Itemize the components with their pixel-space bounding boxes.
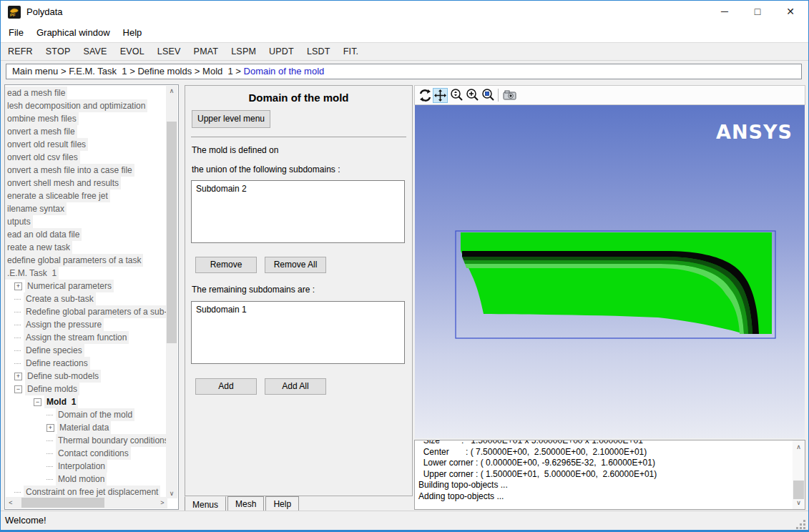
remove-all-button[interactable]: Remove All — [265, 257, 326, 273]
breadcrumb-segment[interactable]: Main menu — [12, 66, 58, 77]
add-all-button[interactable]: Add All — [265, 378, 326, 395]
rotate-icon[interactable] — [418, 88, 433, 103]
remove-button[interactable]: Remove — [195, 257, 257, 273]
expand-icon[interactable]: + — [46, 424, 54, 432]
tree-item-label: ead a mesh file — [5, 87, 67, 99]
tree-item[interactable]: +Define sub-models — [5, 370, 167, 383]
toolbar-button-fit[interactable]: FIT. — [337, 43, 366, 56]
toolbar-button-updt[interactable]: UPDT — [263, 43, 300, 56]
tree-item[interactable]: Assign the pressure — [5, 318, 167, 331]
tab-mesh[interactable]: Mesh — [227, 496, 264, 511]
tree-item[interactable]: onvert a mesh file — [5, 125, 167, 138]
tree-item[interactable]: Thermal boundary conditions — [5, 434, 167, 447]
remaining-subdomains-list[interactable]: Subdomain 1 — [191, 301, 405, 364]
menu-item-help[interactable]: Help — [117, 24, 149, 42]
tree-item[interactable]: Domain of the mold — [5, 408, 167, 421]
tree-item[interactable]: −Mold 1 — [5, 395, 167, 408]
tree-item[interactable]: enerate a sliceable free jet — [5, 189, 167, 202]
upper-level-menu-button[interactable]: Upper level menu — [192, 110, 270, 128]
scrollbar-thumb[interactable] — [167, 122, 177, 343]
tree-item[interactable]: ilename syntax — [5, 202, 167, 215]
tree-item[interactable]: .E.M. Task 1 — [5, 267, 167, 280]
close-icon[interactable]: ✕ — [774, 1, 807, 24]
snapshot-icon[interactable] — [502, 88, 517, 103]
breadcrumb-segment[interactable]: Mold 1 — [202, 66, 233, 77]
tree-item[interactable]: ombine mesh files — [5, 112, 167, 125]
pan-icon[interactable] — [433, 88, 448, 103]
tree-item[interactable]: onvert a mesh file into a case file — [5, 164, 167, 177]
toolbar-button-refr[interactable]: REFR — [1, 43, 39, 56]
toolbar-button-lsdt[interactable]: LSDT — [300, 43, 337, 56]
breadcrumb-segment[interactable]: Define molds — [137, 66, 192, 77]
toolbar-button-pmat[interactable]: PMAT — [187, 43, 225, 56]
tree-item[interactable]: Assign the stream function — [5, 331, 167, 344]
status-message: Welcome! — [5, 515, 46, 526]
graphics-viewport[interactable]: ANSYS — [415, 105, 805, 438]
zoom-in-icon[interactable] — [465, 88, 480, 103]
add-button[interactable]: Add — [195, 378, 257, 395]
toolbar-separator — [498, 89, 499, 102]
scroll-up-icon[interactable]: ∧ — [166, 86, 177, 96]
tree-item[interactable]: Define reactions — [5, 357, 167, 370]
toolbar-button-lspm[interactable]: LSPM — [225, 43, 263, 56]
zoom-dynamic-icon[interactable] — [449, 88, 464, 103]
tree-item[interactable]: utputs — [5, 215, 167, 228]
scroll-right-icon[interactable]: > — [157, 497, 167, 508]
menu-item-file[interactable]: File — [2, 24, 30, 42]
scroll-down-icon[interactable]: ∨ — [166, 488, 177, 498]
tree-item-label: Contact conditions — [56, 447, 131, 460]
tree-item[interactable]: Define species — [5, 344, 167, 357]
tree-item[interactable]: edefine global parameters of a task — [5, 254, 167, 267]
tree-connector — [14, 350, 21, 351]
resize-grip[interactable] — [796, 520, 805, 529]
expand-icon[interactable]: + — [14, 282, 22, 290]
menu-item-graphical-window[interactable]: Graphical window — [30, 24, 117, 42]
tree-item-label: Numerical parameters — [25, 280, 114, 292]
tree-item[interactable]: onvert old csv files — [5, 151, 167, 164]
console-line: Building topo-objects ... — [418, 480, 793, 491]
menu-bar: FileGraphical windowHelp — [1, 24, 808, 42]
scroll-left-icon[interactable]: < — [6, 497, 16, 508]
tree-item[interactable]: reate a new task — [5, 241, 167, 254]
toolbar-button-save[interactable]: SAVE — [77, 43, 113, 56]
tree-horizontal-scrollbar[interactable]: < > — [6, 497, 167, 508]
zoom-box-icon[interactable] — [481, 88, 496, 103]
tree-item-label: Material data — [57, 421, 111, 434]
breadcrumb-segment[interactable]: F.E.M. Task 1 — [69, 66, 127, 77]
scrollbar-thumb[interactable] — [21, 498, 104, 508]
scrollbar-thumb[interactable] — [793, 481, 804, 499]
tree-item[interactable]: ead an old data file — [5, 228, 167, 241]
tree-item[interactable]: onvert old result files — [5, 138, 167, 151]
list-item[interactable]: Subdomain 2 — [192, 183, 404, 194]
tree-item[interactable]: ead a mesh file — [5, 87, 167, 99]
tree-item[interactable]: +Numerical parameters — [5, 280, 167, 292]
collapse-icon[interactable]: − — [14, 385, 22, 393]
expand-icon[interactable]: + — [14, 373, 22, 380]
tree-connector — [46, 453, 53, 454]
maximize-icon[interactable]: □ — [741, 1, 774, 24]
console-scrollbar[interactable]: ∧ ∨ — [793, 440, 805, 509]
collapse-icon[interactable]: − — [34, 398, 41, 406]
tree-item[interactable]: −Define molds — [5, 383, 167, 395]
tree-item[interactable]: Interpolation — [5, 460, 167, 473]
toolbar-button-lsev[interactable]: LSEV — [151, 43, 187, 56]
message-console[interactable]: Size : 1.50000E+01 x 5.00000E+00 x 1.000… — [414, 440, 805, 510]
tree-item[interactable]: Mold motion — [5, 473, 167, 486]
scroll-up-icon[interactable]: ∧ — [793, 442, 805, 452]
list-item[interactable]: Subdomain 1 — [192, 304, 404, 315]
selected-subdomains-list[interactable]: Subdomain 2 — [191, 180, 405, 243]
tree-item[interactable]: onvert shell mesh and results — [5, 177, 167, 189]
minimize-icon[interactable]: ─ — [708, 1, 741, 24]
toolbar-button-stop[interactable]: STOP — [39, 43, 77, 56]
tree-item[interactable]: +Material data — [5, 421, 167, 434]
tree-item[interactable]: Redefine global parameters of a sub-task — [5, 305, 167, 318]
tree-vertical-scrollbar[interactable]: ∧ ∨ — [166, 86, 177, 498]
tab-help[interactable]: Help — [265, 496, 299, 511]
tree-item[interactable]: lesh decomposition and optimization — [5, 99, 167, 112]
breadcrumb-row: Main menu > F.E.M. Task 1 > Define molds… — [1, 61, 808, 84]
toolbar-button-evol[interactable]: EVOL — [114, 43, 151, 56]
tree-item[interactable]: Contact conditions — [5, 447, 167, 460]
tree-item[interactable]: Create a sub-task — [5, 292, 167, 305]
scroll-down-icon[interactable]: ∨ — [793, 498, 805, 508]
tree-item-label: Define species — [24, 344, 84, 357]
